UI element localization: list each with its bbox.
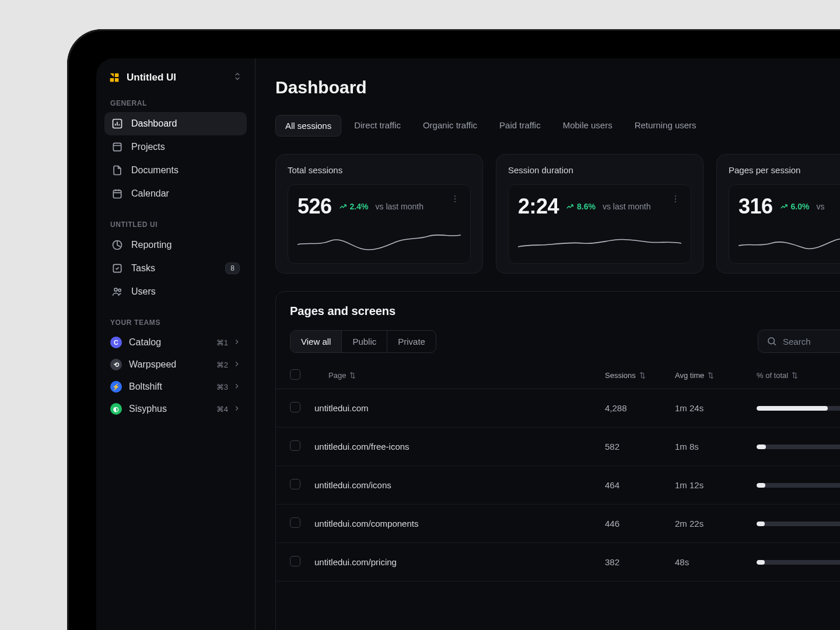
users-icon — [111, 286, 123, 298]
pct-bar — [757, 483, 840, 488]
tab-mobile-users[interactable]: Mobile users — [554, 115, 622, 136]
stat-card-total-sessions: Total sessions 526 2.4% vs last month — [275, 154, 483, 274]
column-header-page[interactable]: Page⇅ — [314, 362, 591, 389]
sidebar-item-users[interactable]: Users — [104, 280, 247, 303]
avg-time-value: 1m 24s — [661, 389, 743, 428]
workspace-switcher-icon[interactable] — [233, 72, 242, 83]
row-checkbox[interactable] — [290, 402, 300, 412]
sidebar-item-label: Users — [131, 286, 156, 297]
column-header-avg-time[interactable]: Avg time⇅ — [661, 362, 743, 389]
team-shortcut: ⌘3 — [216, 382, 241, 392]
section-label: UNTITLED UI — [104, 220, 247, 229]
sidebar-item-label: Calendar — [131, 188, 169, 199]
sidebar-item-label: Dashboard — [131, 118, 177, 129]
chevron-right-icon — [233, 360, 241, 370]
sidebar-item-projects[interactable]: Projects — [104, 135, 247, 159]
team-logo-icon: ⟲ — [110, 359, 122, 370]
trend-up-icon — [339, 202, 347, 211]
table-row[interactable]: untitledui.com/icons 464 1m 12s 7.6% — [276, 466, 840, 505]
brand[interactable]: Untitled UI — [108, 71, 176, 84]
search-icon — [766, 336, 777, 346]
row-checkbox[interactable] — [290, 556, 300, 566]
filter-public[interactable]: Public — [342, 331, 387, 352]
row-checkbox[interactable] — [290, 479, 300, 489]
page-title: Dashboard — [275, 78, 367, 97]
search-field[interactable] — [758, 330, 840, 353]
stat-value: 526 — [298, 194, 332, 219]
column-header-pct[interactable]: % of total⇅ — [743, 362, 840, 389]
stat-compare: vs — [817, 202, 825, 211]
svg-point-12 — [675, 201, 676, 202]
stat-delta: 8.6% — [566, 202, 596, 211]
chevron-right-icon — [233, 404, 241, 414]
visibility-filter: View allPublicPrivate — [290, 330, 436, 353]
pages-table: Page⇅ Sessions⇅ Avg time⇅ % of total⇅ un… — [276, 362, 840, 582]
team-item-warpspeed[interactable]: ⟲ Warpspeed ⌘2 — [104, 354, 247, 376]
search-input[interactable] — [783, 337, 840, 346]
svg-point-11 — [675, 198, 676, 200]
check-square-icon — [111, 262, 123, 274]
sidebar-item-dashboard[interactable]: Dashboard — [104, 112, 247, 135]
sidebar-item-label: Tasks — [131, 263, 155, 274]
sidebar-item-documents[interactable]: Documents — [104, 159, 247, 182]
team-label: Warpspeed — [129, 359, 176, 370]
row-checkbox[interactable] — [290, 517, 300, 528]
tab-direct-traffic[interactable]: Direct traffic — [345, 115, 410, 136]
sidebar-item-label: Documents — [131, 165, 178, 176]
tab-paid-traffic[interactable]: Paid traffic — [490, 115, 550, 136]
team-shortcut: ⌘2 — [216, 360, 241, 370]
sessions-value: 582 — [591, 428, 661, 466]
team-item-catalog[interactable]: C Catalog ⌘1 — [104, 331, 247, 354]
table-row[interactable]: untitledui.com/pricing 382 48s 7.0% — [276, 543, 840, 582]
team-logo-icon: ◐ — [110, 403, 122, 415]
nav-section-untitled: UNTITLED UI Reporting Tasks 8 Users — [104, 220, 247, 303]
card-body: 2:24 8.6% vs last month — [508, 184, 691, 264]
team-item-boltshift[interactable]: ⚡ Boltshift ⌘3 — [104, 376, 247, 398]
tab-returning-users[interactable]: Returning users — [625, 115, 706, 136]
pie-chart-icon — [111, 239, 123, 251]
svg-point-10 — [675, 195, 676, 197]
sidebar-item-calendar[interactable]: Calendar — [104, 182, 247, 205]
file-icon — [111, 164, 123, 176]
panel-title: Pages and screens — [276, 304, 840, 318]
tab-all-sessions[interactable]: All sessions — [275, 115, 341, 136]
page-url: untitledui.com/components — [314, 519, 418, 528]
avg-time-value: 1m 12s — [661, 466, 743, 505]
select-all-checkbox[interactable] — [290, 369, 300, 380]
page-url: untitledui.com/pricing — [314, 557, 397, 567]
team-shortcut: ⌘4 — [216, 404, 241, 414]
row-checkbox[interactable] — [290, 440, 300, 451]
stat-card-session-duration: Session duration 2:24 8.6% vs last month — [496, 154, 704, 274]
svg-point-9 — [454, 201, 456, 202]
sidebar-item-label: Reporting — [131, 240, 172, 250]
stat-value: 2:24 — [518, 194, 559, 219]
table-row[interactable]: untitledui.com/components 446 2m 22s 7.2… — [276, 505, 840, 543]
avg-time-value: 1m 8s — [661, 428, 743, 466]
filter-private[interactable]: Private — [387, 331, 436, 352]
tab-organic-traffic[interactable]: Organic traffic — [414, 115, 487, 136]
sparkline-chart — [298, 229, 461, 255]
table-row[interactable]: untitledui.com 4,288 1m 24s 62.4% — [276, 389, 840, 428]
sort-icon: ⇅ — [708, 371, 714, 380]
page-url: untitledui.com/icons — [314, 480, 391, 490]
sessions-value: 382 — [591, 543, 661, 582]
svg-point-16 — [768, 338, 775, 344]
bar-chart-icon — [111, 118, 123, 130]
card-menu-icon[interactable] — [668, 192, 682, 208]
trend-up-icon — [566, 202, 574, 211]
avg-time-value: 48s — [661, 543, 743, 582]
team-item-sisyphus[interactable]: ◐ Sisyphus ⌘4 — [104, 398, 247, 420]
stat-value: 316 — [738, 194, 773, 219]
session-filter-tabs: All sessionsDirect trafficOrganic traffi… — [275, 115, 840, 136]
column-header-sessions[interactable]: Sessions⇅ — [591, 362, 661, 389]
nav-section-teams: YOUR TEAMS C Catalog ⌘1 ⟲ Warpspeed ⌘2 ⚡… — [104, 318, 247, 420]
team-logo-icon: C — [110, 337, 122, 348]
sidebar-item-tasks[interactable]: Tasks 8 — [104, 257, 247, 280]
sidebar-item-reporting[interactable]: Reporting — [104, 233, 247, 257]
pct-bar — [757, 406, 840, 411]
table-row[interactable]: untitledui.com/free-icons 582 1m 8s 8.2% — [276, 428, 840, 466]
card-menu-icon[interactable] — [448, 192, 462, 208]
filter-view-all[interactable]: View all — [290, 331, 342, 352]
nav-section-general: GENERAL Dashboard Projects Documents — [104, 99, 247, 205]
avg-time-value: 2m 22s — [661, 505, 743, 543]
